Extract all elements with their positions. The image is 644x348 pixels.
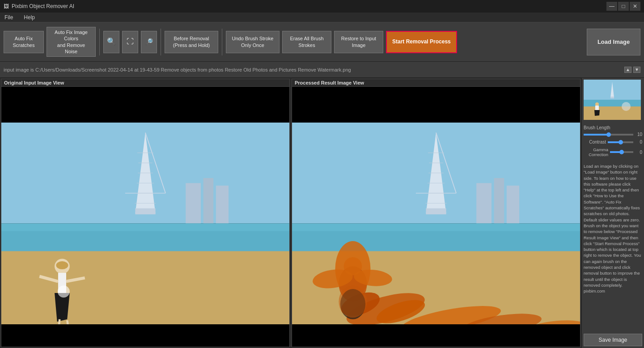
svg-rect-62 (595, 106, 599, 110)
svg-rect-41 (292, 224, 580, 231)
menu-file[interactable]: File (3, 13, 15, 21)
svg-rect-3 (216, 186, 229, 224)
svg-rect-1 (186, 183, 201, 223)
contrast-thumb[interactable] (619, 140, 623, 144)
minimize-button[interactable]: — (606, 2, 617, 11)
toolbar: Auto Fix Scratches Auto Fix Image Colors… (0, 22, 644, 62)
image-views: Original Input Image View (0, 78, 581, 348)
svg-rect-15 (1, 224, 289, 231)
svg-point-55 (344, 257, 362, 276)
original-bottom-black (1, 324, 289, 347)
svg-rect-5 (135, 208, 155, 215)
gamma-label-text: GammaCorrection (589, 147, 608, 157)
svg-rect-58 (584, 106, 641, 120)
titlebar-controls: — □ ✕ (606, 2, 640, 11)
processed-image-view: Processed Result Image View (292, 79, 580, 347)
auto-fix-colors-label: Auto Fix Image Colorsand Remove Noise (51, 29, 92, 55)
processed-scene-svg (292, 123, 580, 324)
zoom-in-button[interactable]: 🔍 (103, 31, 119, 53)
start-removal-button[interactable]: Start Removal Process (386, 31, 457, 53)
menubar: File Help (0, 13, 644, 22)
erase-all-button[interactable]: Erase All Brush Strokes (282, 31, 331, 53)
gamma-thumb[interactable] (619, 150, 624, 154)
slider-section: Brush Length 10 Contrast 0 GammaCorrecti (584, 123, 642, 161)
processed-image-canvas[interactable] (292, 87, 580, 347)
svg-rect-16 (1, 251, 289, 324)
processed-image-header: Processed Result Image View (292, 79, 580, 87)
menu-help[interactable]: Help (22, 13, 37, 21)
brush-length-slider[interactable] (584, 134, 633, 136)
brush-length-thumb[interactable] (606, 132, 611, 137)
separator-2 (161, 29, 161, 55)
processed-beach (292, 123, 580, 324)
maximize-button[interactable]: □ (618, 2, 629, 11)
svg-marker-63 (594, 110, 600, 116)
original-image-canvas[interactable] (1, 87, 289, 347)
thumbnail-svg (584, 80, 641, 120)
help-text: Load an image by clicking on "Load Image… (584, 163, 642, 332)
save-image-button[interactable]: Save Image (584, 334, 642, 346)
zoom-out-button[interactable]: 🔎 (141, 31, 157, 53)
brush-length-fill (584, 134, 609, 136)
auto-fix-scratches-button[interactable]: Auto Fix Scratches (4, 31, 44, 53)
gamma-value: 0 (635, 150, 642, 155)
svg-rect-28 (494, 178, 504, 223)
titlebar: 🖼 Pixbim Object Remover AI — □ ✕ (0, 0, 644, 13)
svg-point-24 (56, 261, 68, 269)
svg-rect-2 (203, 178, 214, 223)
contrast-slider[interactable] (608, 141, 633, 143)
original-image-header: Original Input Image View (1, 79, 289, 87)
fit-icon: ⛶ (127, 37, 134, 47)
brush-length-row: 10 (584, 132, 642, 137)
svg-rect-29 (507, 186, 519, 224)
svg-point-64 (622, 102, 631, 111)
svg-rect-31 (426, 208, 446, 215)
svg-point-61 (595, 102, 599, 106)
svg-point-25 (58, 285, 70, 297)
right-sidebar: Brush Length 10 Contrast 0 GammaCorrecti (581, 78, 644, 348)
processed-bottom-black (292, 324, 580, 347)
gamma-slider[interactable] (610, 151, 633, 153)
statusbar: input image is C:/Users/Downloads/Screen… (0, 62, 644, 78)
gamma-label: GammaCorrection (584, 147, 608, 157)
load-image-button[interactable]: Load Image (587, 29, 640, 55)
before-removal-button[interactable]: Before Removal (Press and Hold) (165, 31, 218, 53)
svg-line-22 (59, 319, 59, 324)
load-section: Load Image (587, 29, 640, 55)
gamma-row: GammaCorrection 0 (584, 147, 642, 157)
contrast-value: 0 (635, 140, 642, 144)
image-panel: Original Input Image View (0, 78, 581, 348)
original-image-view: Original Input Image View (1, 79, 290, 347)
status-text: input image is C:/Users/Downloads/Screen… (4, 67, 623, 72)
svg-rect-60 (610, 97, 614, 98)
titlebar-left: 🖼 Pixbim Object Remover AI (4, 3, 74, 9)
app-title: Pixbim Object Remover AI (12, 3, 74, 9)
contrast-row: Contrast 0 (584, 140, 642, 144)
scroll-down-button[interactable]: ▼ (633, 67, 640, 73)
fit-button[interactable]: ⛶ (122, 31, 138, 53)
zoom-out-icon: 🔎 (145, 38, 153, 46)
contrast-label: Contrast (584, 140, 606, 144)
thumbnail-area (584, 80, 641, 120)
svg-rect-27 (476, 183, 491, 223)
app-icon: 🖼 (4, 3, 9, 9)
original-top-black (1, 87, 289, 123)
original-beach (1, 123, 289, 324)
svg-point-54 (339, 285, 367, 318)
separator-3 (222, 29, 222, 55)
original-scene-svg (1, 123, 289, 324)
brush-length-label: Brush Length (584, 125, 642, 130)
undo-brush-button[interactable]: Undo Brush Stroke Only Once (226, 31, 280, 53)
scroll-up-button[interactable]: ▲ (624, 67, 631, 73)
zoom-in-icon: 🔍 (107, 37, 116, 47)
processed-top-black (292, 87, 580, 123)
separator-1 (99, 29, 100, 55)
close-button[interactable]: ✕ (630, 2, 640, 11)
restore-input-button[interactable]: Restore to Input Image (334, 31, 383, 53)
main-content: Original Input Image View (0, 78, 644, 348)
auto-fix-colors-button[interactable]: Auto Fix Image Colorsand Remove Noise (47, 27, 96, 57)
brush-length-value: 10 (635, 132, 642, 137)
